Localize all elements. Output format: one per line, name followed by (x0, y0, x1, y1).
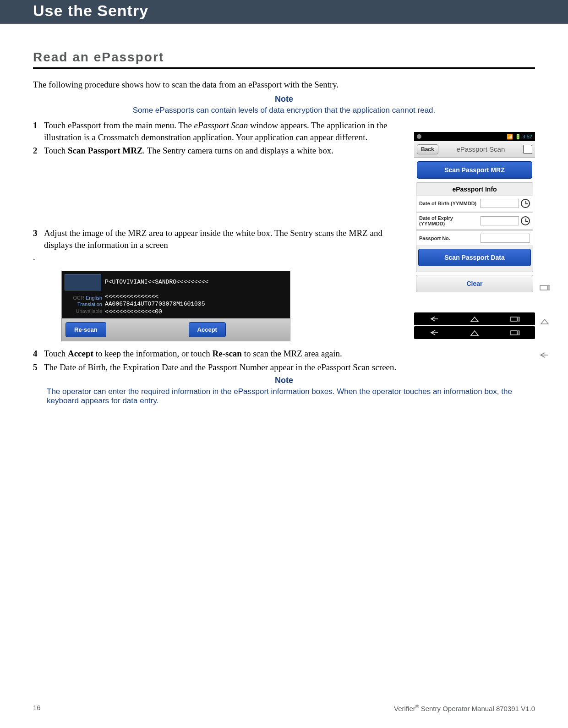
doe-label: Date of Expiry (YYMMDD) (419, 215, 479, 226)
mrz-text: P<UTOVIVIANI<<SANDRO<<<<<<<<< (105, 279, 208, 286)
note-body: Some ePassports can contain levels of da… (47, 106, 521, 115)
ocr-labels: OCR English Translation Unavailable (65, 295, 105, 314)
svg-rect-5 (518, 331, 519, 335)
mrz-scan-screenshot: P<UTOVIVIANI<<SANDRO<<<<<<<<< OCR Englis… (61, 271, 290, 341)
scan-mrz-button[interactable]: Scan Passport MRZ (417, 161, 532, 179)
note-body-2: The operator can enter the required info… (47, 387, 521, 405)
title-bar: Back ePassport Scan (414, 141, 535, 158)
home-icon[interactable] (469, 329, 481, 336)
clear-button[interactable]: Clear (416, 275, 533, 292)
back-icon[interactable] (428, 315, 440, 323)
back-icon[interactable] (428, 329, 440, 336)
step-text: The Date of Birth, the Expiration Date a… (44, 361, 535, 373)
rescan-button[interactable]: Re-scan (66, 322, 106, 337)
dob-input[interactable] (481, 199, 519, 208)
status-time: 📶 🔋 3:52 (507, 134, 532, 140)
clock-icon[interactable] (521, 199, 530, 208)
android-nav-bar-2 (414, 326, 535, 339)
manual-title: Verifier® Sentry Operator Manual 870391 … (394, 704, 535, 712)
note-label-2: Note (33, 376, 535, 385)
note-label: Note (33, 94, 535, 104)
chapter-title: Use the Sentry (33, 2, 148, 19)
intro-text: The following procedure shows how to sca… (33, 80, 535, 90)
recents-icon[interactable] (509, 329, 521, 336)
svg-rect-4 (511, 331, 517, 335)
recents-icon[interactable] (509, 315, 521, 323)
chapter-header: Use the Sentry (0, 0, 568, 24)
svg-rect-2 (511, 317, 517, 321)
accept-button[interactable]: Accept (189, 322, 226, 337)
passport-thumbnail (65, 274, 101, 290)
android-nav-bar (414, 312, 535, 325)
step-number: 5 (33, 361, 44, 373)
step-4: 4 Touch Accept to keep the information, … (33, 348, 535, 360)
step-number: 4 (33, 348, 44, 360)
doe-field-row: Date of Expiry (YYMMDD) (416, 212, 533, 230)
step-number: 3 (33, 227, 44, 251)
panel-title: ePassport Info (416, 183, 533, 196)
step-number: 1 (33, 120, 44, 143)
status-bar: 📶 🔋 3:52 (414, 132, 535, 141)
dob-field-row: Date of Birth (YYMMDD) (416, 196, 533, 211)
step-text: Touch Accept to keep the information, or… (44, 348, 535, 360)
passport-no-row: Passport No. (416, 230, 533, 246)
step-number: 2 (33, 145, 44, 157)
android-side-icons (539, 271, 551, 372)
mrz-text-2: <<<<<<<<<<<<<<< AA00678414UTO7703078M160… (105, 293, 205, 316)
svg-rect-1 (548, 285, 550, 290)
back-button[interactable]: Back (417, 144, 438, 154)
status-dot-icon (417, 134, 421, 139)
page-footer: 16 Verifier® Sentry Operator Manual 8703… (33, 704, 535, 712)
section-title: Read an ePassport (33, 50, 535, 69)
step-5: 5 The Date of Birth, the Expiration Date… (33, 361, 535, 373)
page-number: 16 (33, 704, 41, 712)
epassport-scan-screenshot: 📶 🔋 3:52 Back ePassport Scan Scan Passpo… (414, 132, 535, 339)
passport-no-label: Passport No. (419, 235, 479, 241)
home-icon[interactable] (469, 315, 481, 323)
svg-rect-0 (540, 285, 547, 290)
document-icon[interactable] (523, 145, 532, 154)
svg-rect-3 (518, 317, 519, 321)
screen-title: ePassport Scan (441, 145, 520, 153)
dob-label: Date of Birth (YYMMDD) (419, 201, 479, 206)
scan-data-button[interactable]: Scan Passport Data (418, 249, 531, 266)
doe-input[interactable] (481, 216, 519, 225)
passport-no-input[interactable] (481, 234, 530, 243)
clock-icon[interactable] (521, 216, 530, 225)
epassport-info-panel: ePassport Info Date of Birth (YYMMDD) Da… (416, 182, 533, 272)
